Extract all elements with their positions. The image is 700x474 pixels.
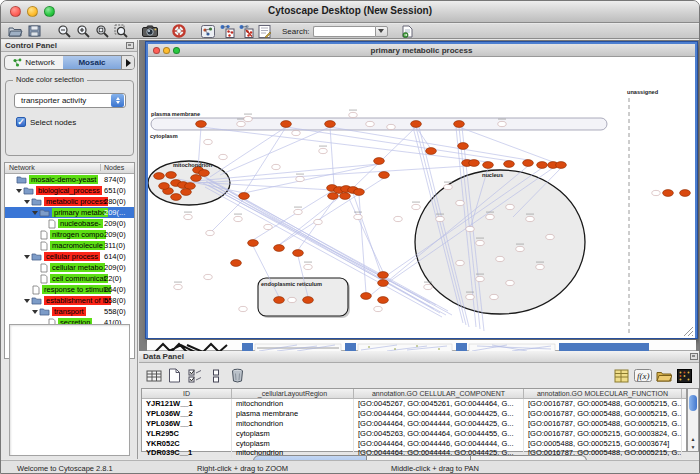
tree-label: transport bbox=[52, 307, 86, 316]
cell[interactable]: YJR121W__1 bbox=[142, 399, 232, 409]
tree-col-nodes[interactable]: Nodes bbox=[100, 164, 124, 171]
cell[interactable]: [GO:0044464, GO:0044444, GO:0044425, G..… bbox=[354, 419, 524, 429]
new-attribute-icon[interactable] bbox=[165, 366, 184, 385]
tree-node-count: 209(0) bbox=[104, 263, 126, 272]
minimized-network-windows[interactable] bbox=[147, 339, 696, 351]
folder-icon bbox=[31, 197, 42, 206]
tree-node-count: 209(... bbox=[104, 208, 125, 217]
column-header-annotation-go-molecular-function[interactable]: annotation.GO MOLECULAR_FUNCTION bbox=[524, 389, 682, 398]
network-view-window[interactable]: primary metabolic process plasma membran… bbox=[146, 42, 697, 338]
cell[interactable]: [GO:0016787, GO:0005215, GO:0003824, G..… bbox=[524, 428, 682, 438]
tree-row-nucleobase[interactable]: nucleobase-209(0) bbox=[5, 218, 134, 229]
cell[interactable]: [GO:0016787, GO:0005488, GO:0005215, G..… bbox=[524, 419, 682, 429]
scroll-up-icon[interactable]: ▲ bbox=[688, 435, 698, 443]
table-row-ypl036w-2[interactable]: YPL036W__2plasma membrane[GO:0044464, GO… bbox=[142, 409, 686, 419]
column-header-id[interactable]: ID bbox=[142, 389, 232, 398]
attribute-wizard-icon[interactable] bbox=[256, 24, 273, 38]
help-icon[interactable] bbox=[170, 24, 187, 38]
cell[interactable]: cytoplasm bbox=[232, 428, 354, 438]
cell[interactable]: [GO:0045263, GO:0044464, GO:0044455, G..… bbox=[354, 428, 524, 438]
node-color-dropdown[interactable]: transporter activity bbox=[14, 93, 126, 108]
tree-col-network[interactable]: Network bbox=[9, 164, 35, 171]
folder-icon bbox=[31, 252, 42, 261]
scroll-down-icon[interactable]: ▼ bbox=[688, 443, 698, 451]
import-attributes-icon[interactable] bbox=[654, 366, 673, 385]
table-row-ykr052c[interactable]: YKR052Ccytoplasm[GO:0044464, GO:0044446,… bbox=[142, 438, 686, 448]
cell[interactable]: [GO:0005488, GO:0005215, GO:0003674] bbox=[524, 438, 682, 448]
expand-arrow-icon[interactable] bbox=[24, 200, 30, 204]
tree-row-cell-communicat[interactable]: cell communicat22(0) bbox=[5, 273, 134, 284]
open-session-icon[interactable] bbox=[7, 24, 24, 38]
cell[interactable]: mitochondrion bbox=[232, 399, 354, 409]
tree-row-biological-process[interactable]: biological_process651(0) bbox=[5, 185, 134, 196]
zoom-out-icon[interactable] bbox=[55, 24, 72, 38]
table-row-ylr295c[interactable]: YLR295Ccytoplasm[GO:0045263, GO:0044464,… bbox=[142, 428, 686, 438]
table-row-yjr121w-1[interactable]: YJR121W__1mitochondrion[GO:0045267, GO:0… bbox=[142, 399, 686, 409]
tree-row-cellular-process[interactable]: cellular process614(0) bbox=[5, 251, 134, 262]
cell[interactable]: cytoplasm bbox=[232, 438, 354, 448]
expand-arrow-icon[interactable] bbox=[24, 255, 30, 259]
unselect-attributes-icon[interactable] bbox=[207, 366, 226, 385]
zoom-in-icon[interactable] bbox=[74, 24, 91, 38]
tree-row-nitrogen-compo[interactable]: nitrogen compo209(0) bbox=[5, 229, 134, 240]
tab-network[interactable]: Network bbox=[5, 56, 63, 69]
cell[interactable]: plasma membrane bbox=[232, 409, 354, 419]
cell[interactable]: YKR052C bbox=[142, 438, 232, 448]
import-annotation-icon[interactable] bbox=[399, 24, 416, 38]
tab-overflow-button[interactable] bbox=[121, 56, 134, 69]
column-header-annotation-go-cellular-component[interactable]: annotation.GO CELLULAR_COMPONENT bbox=[354, 389, 524, 398]
expand-arrow-icon[interactable] bbox=[32, 211, 38, 215]
float-panel-icon[interactable] bbox=[126, 42, 134, 49]
zoom-selected-icon[interactable] bbox=[112, 24, 129, 38]
search-dropdown-button[interactable] bbox=[375, 26, 388, 37]
column-header-cellularlayoutregion[interactable]: _cellularLayoutRegion bbox=[232, 389, 354, 398]
save-session-icon[interactable] bbox=[26, 24, 43, 38]
cell[interactable]: YLR295C bbox=[142, 428, 232, 438]
tree-row-mosaic-demo-yeast[interactable]: mosaic-demo-yeast874(0) bbox=[5, 174, 134, 185]
tree-row-establishment-of-lo[interactable]: establishment of lo558(0) bbox=[5, 295, 134, 306]
graphics-details-icon[interactable] bbox=[199, 24, 216, 38]
delete-attribute-icon[interactable] bbox=[228, 366, 247, 385]
cell[interactable]: YPL036W__2 bbox=[142, 409, 232, 419]
select-nodes-row: ✓ Select nodes bbox=[16, 117, 76, 127]
cell[interactable]: YPL036W__1 bbox=[142, 419, 232, 429]
snapshot-icon[interactable] bbox=[141, 24, 158, 38]
table-row-ypl036w-1[interactable]: YPL036W__1mitochondrion[GO:0044464, GO:0… bbox=[142, 419, 686, 429]
select-nodes-checkbox[interactable]: ✓ bbox=[16, 117, 26, 127]
cell[interactable]: [GO:0044464, GO:0044446, GO:0044444, G..… bbox=[354, 438, 524, 448]
table-scrollbar[interactable]: ▲ ▼ bbox=[687, 388, 699, 452]
expand-arrow-icon[interactable] bbox=[24, 299, 30, 303]
status-zoom-hint: Right-click + drag to ZOOM bbox=[197, 464, 288, 473]
tree-row-primary-metabo[interactable]: primary metabo209(... bbox=[5, 207, 134, 218]
tree-row-metabolic-process[interactable]: metabolic process280(0) bbox=[5, 196, 134, 207]
birdseye-view[interactable] bbox=[9, 324, 130, 456]
select-attributes-icon[interactable] bbox=[186, 366, 205, 385]
search-input[interactable] bbox=[313, 26, 375, 37]
tab-mosaic[interactable]: Mosaic bbox=[63, 56, 121, 69]
cell[interactable]: [GO:0016787, GO:0005488, GO:0005215, G..… bbox=[524, 409, 682, 419]
create-network-view-icon[interactable] bbox=[218, 24, 235, 38]
network-nodes-unselected[interactable] bbox=[174, 109, 660, 311]
tree-row-cellular-metabo[interactable]: cellular metabo209(0) bbox=[5, 262, 134, 273]
cell[interactable]: [GO:0016787, GO:0005488, GO:0005215, G..… bbox=[524, 399, 682, 409]
tree-row-response-to-stimulu[interactable]: response to stimulu264(0) bbox=[5, 284, 134, 295]
float-data-panel-icon[interactable] bbox=[690, 353, 698, 360]
expand-arrow-icon[interactable] bbox=[32, 310, 38, 314]
folder-icon bbox=[39, 307, 50, 316]
tree-row-macromolecule[interactable]: macromolecule311(0) bbox=[5, 240, 134, 251]
network-window-titlebar[interactable]: primary metabolic process bbox=[148, 44, 695, 57]
cell[interactable]: mitochondrion bbox=[232, 419, 354, 429]
destroy-network-view-icon[interactable] bbox=[237, 24, 254, 38]
scrollbar-thumb[interactable] bbox=[689, 395, 697, 411]
cell[interactable]: [GO:0045267, GO:0045261, GO:0044464, G..… bbox=[354, 399, 524, 409]
tree-row-transport[interactable]: transport558(0) bbox=[5, 306, 134, 317]
cell[interactable]: [GO:0044464, GO:0044444, GO:0044425, G..… bbox=[354, 409, 524, 419]
show-columns-icon[interactable] bbox=[144, 366, 163, 385]
expand-arrow-icon[interactable] bbox=[16, 189, 22, 193]
formula-builder-icon[interactable]: f(x) bbox=[633, 366, 652, 385]
zoom-fit-icon[interactable] bbox=[93, 24, 110, 38]
network-canvas[interactable]: plasma membranecytoplasmmitochondrionnuc… bbox=[148, 57, 695, 338]
attribute-batch-editor-icon[interactable] bbox=[612, 366, 631, 385]
tree-node-count: 558(0) bbox=[104, 307, 126, 316]
matrix-icon[interactable] bbox=[675, 366, 694, 385]
